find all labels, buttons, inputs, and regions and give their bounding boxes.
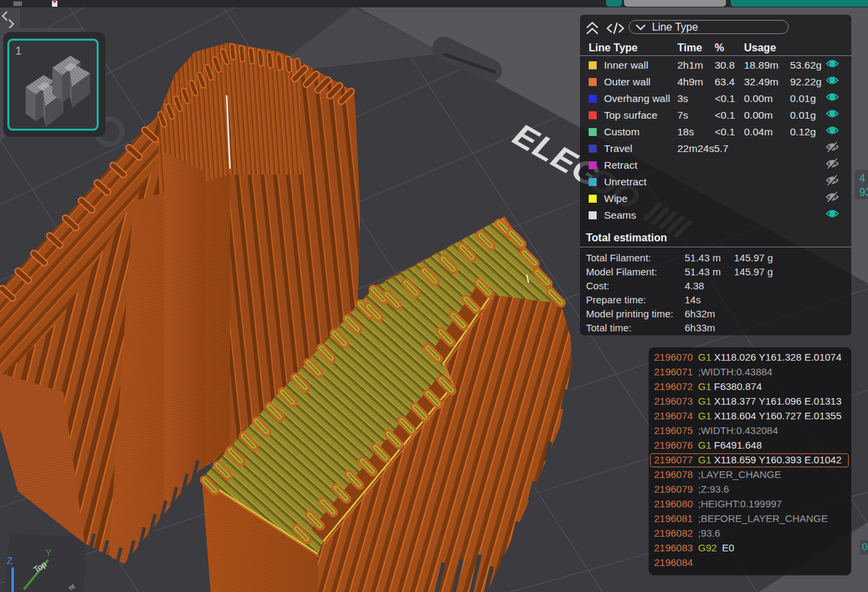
svg-text:Z: Z <box>7 555 13 566</box>
svg-text:Y: Y <box>45 547 52 558</box>
